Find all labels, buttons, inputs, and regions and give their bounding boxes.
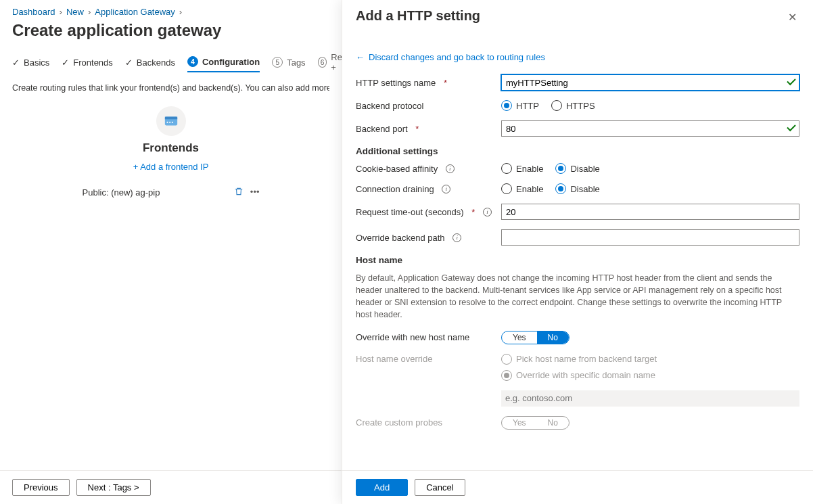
radio-drain-disable[interactable]: Disable [555,183,599,194]
frontends-card: Frontends + Add a frontend IP Public: (n… [80,106,262,204]
add-frontend-ip-link[interactable]: + Add a frontend IP [133,162,209,172]
toggle-yes: Yes [502,417,537,429]
info-icon[interactable]: i [442,185,450,193]
section-hostname: Host name [356,255,799,265]
custom-probes-toggle: Yes No [501,416,570,430]
label-backend-protocol: Backend protocol [356,101,501,111]
svg-point-3 [169,122,170,123]
step-backends[interactable]: ✓Backends [125,58,175,72]
svg-point-4 [171,122,172,123]
frontend-row: Public: (new) ag-pip ••• [80,181,262,204]
http-settings-name-input[interactable] [501,74,799,91]
step-num-icon: 5 [272,57,283,68]
step-basics[interactable]: ✓Basics [12,58,49,72]
label-override-hostname: Override with new host name [356,332,501,342]
breadcrumb: Dashboard› New› Application Gateway› [12,7,329,17]
crumb-appgw[interactable]: Application Gateway [95,7,175,17]
wizard-footer: Previous Next : Tags > [0,470,342,504]
frontend-row-label: Public: (new) ag-pip [83,187,160,198]
info-icon[interactable]: i [483,208,492,216]
override-hostname-toggle[interactable]: Yes No [501,331,570,344]
add-button[interactable]: Add [356,479,408,496]
radio-pick-backend-target: Pick host name from backend target [501,354,657,365]
radio-cookie-enable[interactable]: Enable [501,163,543,174]
backend-port-input[interactable] [501,120,799,137]
discard-back-link[interactable]: ← Discard changes and go back to routing… [356,52,545,62]
step-num-icon: 6 [318,57,327,68]
radio-cookie-disable[interactable]: Disable [555,163,599,174]
svg-point-2 [166,122,168,123]
override-backend-path-input[interactable] [501,229,799,246]
step-num-icon: 4 [187,56,198,67]
svg-rect-1 [164,117,177,120]
crumb-new[interactable]: New [66,7,84,17]
http-setting-panel: Add a HTTP setting ✕ ← Discard changes a… [342,0,813,504]
radio-specific-domain: Override with specific domain name [501,370,655,381]
check-icon: ✓ [125,58,133,68]
helper-text: Create routing rules that link your fron… [12,83,329,93]
label-connection-draining: Connection draining i [356,184,501,194]
delete-icon[interactable] [234,187,243,198]
next-button[interactable]: Next : Tags > [76,479,151,496]
check-icon: ✓ [62,58,69,68]
frontends-title: Frontends [80,141,262,155]
step-tags[interactable]: 5Tags [272,57,305,72]
step-configuration[interactable]: 4Configuration [187,56,260,72]
hostname-description: By default, Application Gateway does not… [356,272,799,321]
radio-drain-enable[interactable]: Enable [501,183,543,194]
label-custom-probes: Create custom probes [356,417,501,428]
radio-protocol-http[interactable]: HTTP [501,100,539,111]
toggle-yes[interactable]: Yes [502,331,537,344]
panel-title: Add a HTTP setting [356,8,480,24]
radio-protocol-https[interactable]: HTTPS [551,100,595,111]
info-icon[interactable]: i [446,164,455,173]
frontends-icon [156,106,186,136]
crumb-dashboard[interactable]: Dashboard [12,7,55,17]
arrow-left-icon: ← [356,52,365,62]
info-icon[interactable]: i [452,233,461,242]
label-request-timeout: Request time-out (seconds) * i [356,207,501,217]
label-cookie-affinity: Cookie-based affinity i [356,164,501,174]
close-icon[interactable]: ✕ [785,8,799,26]
cancel-button[interactable]: Cancel [415,479,465,496]
request-timeout-input[interactable] [501,204,799,220]
toggle-no: No [537,417,569,429]
previous-button[interactable]: Previous [12,479,70,496]
step-frontends[interactable]: ✓Frontends [62,58,113,72]
hostname-input [501,390,799,407]
check-icon: ✓ [12,58,20,68]
page-title: Create application gateway [12,21,329,40]
wizard-steps: ✓Basics ✓Frontends ✓Backends 4Configurat… [12,52,329,76]
section-additional: Additional settings [356,146,799,156]
more-icon[interactable]: ••• [250,187,260,198]
toggle-no[interactable]: No [537,331,569,344]
label-backend-port: Backend port * [356,124,501,134]
label-override-backend-path: Override backend path i [356,233,501,243]
label-http-settings-name: HTTP settings name * [356,78,501,88]
label-hostname-override: Host name override [356,354,501,364]
panel-footer: Add Cancel [342,470,813,504]
